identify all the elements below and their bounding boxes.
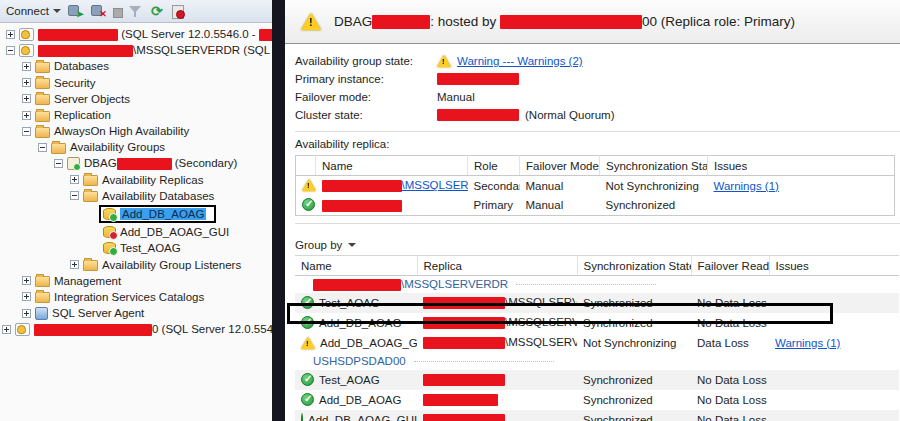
error-log-icon[interactable] <box>171 4 185 19</box>
tree-node-add-db-aoag[interactable]: Add_DB_AOAG <box>0 204 272 224</box>
folder-icon <box>83 191 98 202</box>
tree-node-security[interactable]: Security <box>0 75 272 91</box>
redaction <box>423 414 505 421</box>
ag-state-row: Availability group state: Warning --- Wa… <box>295 52 900 70</box>
db-row-test-aoag-dr[interactable]: Test_AOAG \MSSQLSERVERDR Synchronized No… <box>295 293 899 313</box>
redaction <box>423 374 505 386</box>
folder-icon <box>35 111 50 122</box>
availability-group-icon <box>67 157 80 170</box>
redaction <box>423 317 505 329</box>
group-by-button[interactable]: Group by <box>295 239 900 251</box>
expander-icon[interactable] <box>22 276 31 285</box>
tree-node-server-objects[interactable]: Server Objects <box>0 91 272 107</box>
name-column-header[interactable]: Name <box>316 156 468 176</box>
replica-table-header: Name Role Failover Mode Synchronization … <box>296 156 895 176</box>
panel-divider[interactable] <box>272 0 285 421</box>
object-explorer-tree: (SQL Server 12.0.5546.0 - \MSSQLSERVERDR… <box>0 23 272 421</box>
expander-icon[interactable] <box>22 111 31 120</box>
db-row-add-db-aoag-dr[interactable]: Add_DB_AOAG \MSSQLSERVERDR Synchronized … <box>295 313 899 333</box>
folder-icon <box>35 127 50 138</box>
cluster-state-row: Cluster state: (Normal Quorum) <box>295 106 900 124</box>
sql-agent-icon <box>35 307 48 320</box>
tree-node-databases[interactable]: Databases <box>0 58 272 74</box>
tree-node-test-aoag[interactable]: Test_AOAG <box>0 240 272 256</box>
collapse-icon[interactable] <box>22 127 31 136</box>
tree-node-availability-databases[interactable]: Availability Databases <box>0 188 272 204</box>
issues-column-header[interactable]: Issues <box>769 256 899 276</box>
tree-node-ag-listeners[interactable]: Availability Group Listeners <box>0 256 272 272</box>
database-synced-icon <box>103 208 116 220</box>
selected-tree-label: Add_DB_AOAG <box>120 208 206 220</box>
expander-icon[interactable] <box>70 175 79 184</box>
redaction <box>423 337 505 349</box>
tree-node-alwayson[interactable]: AlwaysOn High Availability <box>0 123 272 139</box>
redaction <box>500 15 642 29</box>
expander-icon[interactable] <box>70 260 79 269</box>
db-row-test-aoag[interactable]: Test_AOAG Synchronized No Data Loss <box>295 370 899 390</box>
redaction <box>437 73 519 85</box>
expander-icon[interactable] <box>6 30 15 39</box>
collapse-icon[interactable] <box>38 143 47 152</box>
stop-icon[interactable] <box>113 8 123 18</box>
connect-button[interactable]: Connect <box>6 5 61 17</box>
tree-node-management[interactable]: Management <box>0 273 272 289</box>
warnings-link[interactable]: Warning --- Warnings (2) <box>457 55 583 67</box>
sync-column-header[interactable]: Synchronization State <box>600 156 708 176</box>
failover-mode-row: Failover mode: Manual <box>295 88 900 106</box>
disconnect-icon[interactable]: ✕ <box>90 3 107 19</box>
issues-column-header[interactable]: Issues <box>708 156 895 176</box>
expander-icon[interactable] <box>22 309 31 318</box>
tree-node-integration-services[interactable]: Integration Services Catalogs <box>0 289 272 305</box>
expander-icon[interactable] <box>2 325 11 334</box>
ok-icon <box>301 296 314 309</box>
group-header-primary-server[interactable]: USHSDPSDAD00 <box>295 353 899 370</box>
sync-column-header[interactable]: Synchronization State <box>577 256 691 276</box>
warning-icon <box>301 13 321 30</box>
redaction <box>38 29 118 41</box>
expander-icon[interactable] <box>22 62 31 71</box>
redaction <box>437 109 519 121</box>
collapse-icon[interactable] <box>6 46 15 55</box>
tree-node-add-db-aoag-gui[interactable]: Add_DB_AOAG_GUI <box>0 224 272 240</box>
connect-object-icon[interactable]: ➤ <box>67 3 84 19</box>
readiness-column-header[interactable]: Failover Readi... <box>691 256 769 276</box>
tree-node-replication[interactable]: Replication <box>0 107 272 123</box>
ok-icon <box>301 316 314 329</box>
db-row-add-db-aoag-gui-dr[interactable]: Add_DB_AOAG_GUI \MSSQLSERVERDR Not Synch… <box>295 333 899 353</box>
failover-column-header[interactable]: Failover Mode <box>520 156 600 176</box>
tree-node-server-dr[interactable]: \MSSQLSERVERDR (SQL Server 12.0. <box>0 42 272 58</box>
replica-name-link[interactable]: \MSSQLSERVERDR <box>402 179 468 191</box>
role-column-header[interactable]: Role <box>468 156 520 176</box>
redaction <box>38 45 133 57</box>
group-rule <box>516 284 656 285</box>
redaction <box>259 29 272 41</box>
refresh-icon[interactable]: ⟳ <box>149 4 165 19</box>
warnings-link[interactable]: Warnings (1) <box>775 337 840 349</box>
server-icon <box>19 44 34 57</box>
tree-node-sql-agent[interactable]: SQL Server Agent <box>0 305 272 321</box>
tree-node-dbag-group[interactable]: DBAG (Secondary) <box>0 156 272 172</box>
replica-row-primary[interactable]: Primary Manual Synchronized <box>296 196 895 216</box>
db-row-add-db-aoag-gui[interactable]: Add_DB_AOAG_GUI Synchronized No Data Los… <box>295 410 899 421</box>
db-row-add-db-aoag[interactable]: Add_DB_AOAG Synchronized No Data Loss <box>295 390 899 410</box>
tree-node-availability-groups[interactable]: Availability Groups <box>0 139 272 155</box>
tree-node-server-3[interactable]: 0 (SQL Server 12.0.5546.0 - ENT\s <box>0 321 272 337</box>
tree-node-availability-replicas[interactable]: Availability Replicas <box>0 172 272 188</box>
expander-icon[interactable] <box>22 78 31 87</box>
status-column-header[interactable] <box>296 156 316 176</box>
replica-column-header[interactable]: Replica <box>417 256 577 276</box>
collapse-icon[interactable] <box>70 191 79 200</box>
name-column-header[interactable]: Name <box>295 256 417 276</box>
availability-databases-table: Name Replica Synchronization State Failo… <box>295 255 899 421</box>
object-explorer-toolbar: Connect ➤ ✕ ⟳ <box>0 0 272 23</box>
filter-icon[interactable] <box>129 4 143 19</box>
expander-icon[interactable] <box>22 292 31 301</box>
folder-icon <box>83 260 98 271</box>
collapse-icon[interactable] <box>54 159 63 168</box>
expander-icon[interactable] <box>22 94 31 103</box>
warnings-link[interactable]: Warnings (1) <box>714 180 779 192</box>
tree-node-server-1[interactable]: (SQL Server 12.0.5546.0 - <box>0 26 272 42</box>
chevron-down-icon <box>53 9 61 13</box>
group-header-replica-dr[interactable]: \MSSQLSERVERDR <box>295 276 899 293</box>
replica-row-secondary[interactable]: \MSSQLSERVERDR Secondary Manual Not Sync… <box>296 176 895 196</box>
